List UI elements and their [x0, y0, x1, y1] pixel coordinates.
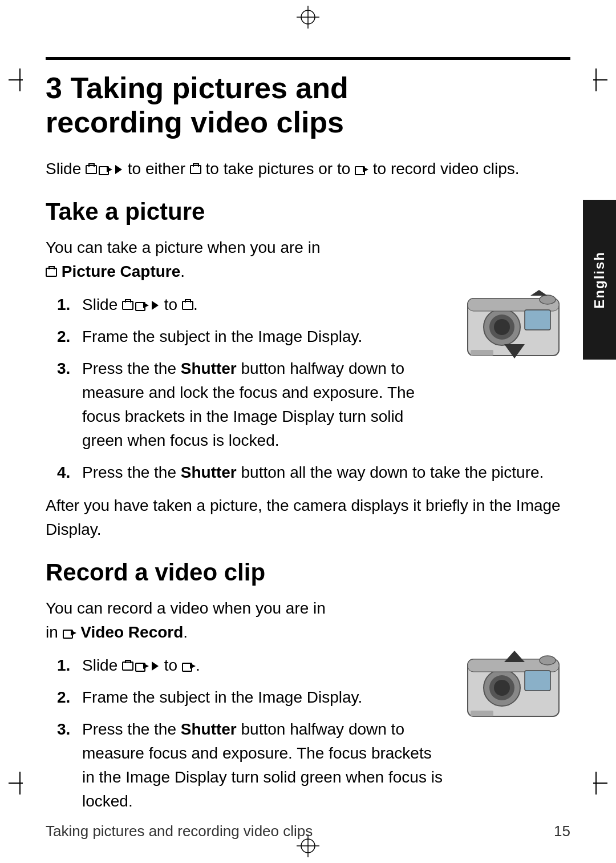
- vstep1-icons: [122, 662, 160, 671]
- camera-image-video: [459, 648, 570, 731]
- svg-point-27: [494, 680, 510, 696]
- shutter-bold-3: Shutter: [181, 360, 237, 377]
- record-video-title: Record a video clip: [46, 559, 570, 586]
- step1-arrow-icon: [152, 301, 159, 310]
- page-content: 3 Taking pictures andrecording video cli…: [46, 57, 570, 817]
- picture-step-3: 3. Press the the Shutter button halfway …: [57, 357, 448, 453]
- picture-mode-label: Picture Capture: [62, 263, 181, 280]
- svg-point-17: [494, 319, 510, 335]
- picture-mode-desc: You can take a picture when you are in P…: [46, 236, 570, 284]
- svg-rect-21: [471, 350, 493, 356]
- shutter-bold-4: Shutter: [181, 463, 237, 481]
- reg-mark-top: [297, 6, 319, 29]
- picture-step-1: 1. Slide to .: [57, 293, 448, 317]
- reg-mark-left-lower: [9, 772, 31, 795]
- step1-icons: [122, 301, 160, 310]
- vstep1-vid-icon: [135, 662, 149, 671]
- after-picture-text: After you have taken a picture, the came…: [46, 494, 570, 542]
- video-mode-desc: You can record a video when you are in i…: [46, 596, 570, 644]
- step1-cam-icon2: [182, 301, 193, 310]
- svg-marker-32: [504, 651, 525, 662]
- page-footer: Taking pictures and recording video clip…: [46, 822, 570, 840]
- reg-mark-right-lower: [585, 772, 607, 795]
- video-step-1: 1. Slide to .: [57, 654, 448, 678]
- camera-image-picture: [459, 287, 570, 370]
- vstep1-arrow-icon: [152, 662, 159, 671]
- svg-marker-22: [530, 290, 548, 296]
- video-icon-intro2: [355, 165, 368, 174]
- picture-step-4: 4. Press the the Shutter button all the …: [57, 461, 570, 485]
- shutter-bold-v3: Shutter: [181, 720, 237, 738]
- footer-text: Taking pictures and recording video clip…: [46, 822, 313, 840]
- record-video-section: Record a video clip You can record a vid…: [46, 559, 570, 822]
- svg-point-29: [540, 656, 556, 665]
- chapter-number: 3: [46, 71, 62, 104]
- video-step-3: 3. Press the the Shutter button halfway …: [57, 717, 448, 813]
- chapter-title-text: Taking pictures andrecording video clips: [46, 71, 348, 139]
- chapter-title: 3 Taking pictures andrecording video cli…: [46, 71, 570, 140]
- take-picture-title: Take a picture: [46, 198, 570, 225]
- language-label: English: [591, 251, 607, 309]
- chapter-header: 3 Taking pictures andrecording video cli…: [46, 57, 570, 140]
- svg-rect-20: [525, 310, 550, 330]
- footer-page-number: 15: [554, 822, 570, 840]
- vstep1-cam-icon: [122, 662, 133, 671]
- intro-paragraph: Slide to either to take pictures or to t…: [46, 157, 570, 181]
- vstep1-vid-icon2: [182, 662, 196, 671]
- svg-point-19: [540, 295, 556, 304]
- video-icon-intro: [99, 165, 112, 174]
- video-mode-label: Video Record: [80, 623, 183, 641]
- video-step-2-text: Frame the subject in the Image Display.: [82, 685, 448, 709]
- arrow-icon-intro: [115, 165, 122, 174]
- camera-icon-intro: [86, 165, 97, 174]
- take-picture-section: Take a picture You can take a picture wh…: [46, 198, 570, 494]
- step1-cam-icon: [122, 301, 133, 310]
- svg-rect-31: [471, 711, 493, 716]
- slide-icons-intro: [86, 165, 123, 174]
- picture-mode-cam-icon: [46, 268, 57, 277]
- reg-mark-right-upper: [585, 68, 607, 91]
- video-mode-vid-icon: [63, 628, 76, 638]
- step1-vid-icon: [135, 301, 149, 310]
- language-tab: English: [583, 200, 616, 360]
- reg-mark-left-upper: [9, 68, 31, 91]
- svg-rect-30: [525, 671, 550, 691]
- picture-step-2: 2. Frame the subject in the Image Displa…: [57, 325, 448, 349]
- camera-icon-intro2: [190, 165, 201, 174]
- picture-step-2-text: Frame the subject in the Image Display.: [82, 325, 448, 349]
- video-step-2: 2. Frame the subject in the Image Displa…: [57, 685, 448, 709]
